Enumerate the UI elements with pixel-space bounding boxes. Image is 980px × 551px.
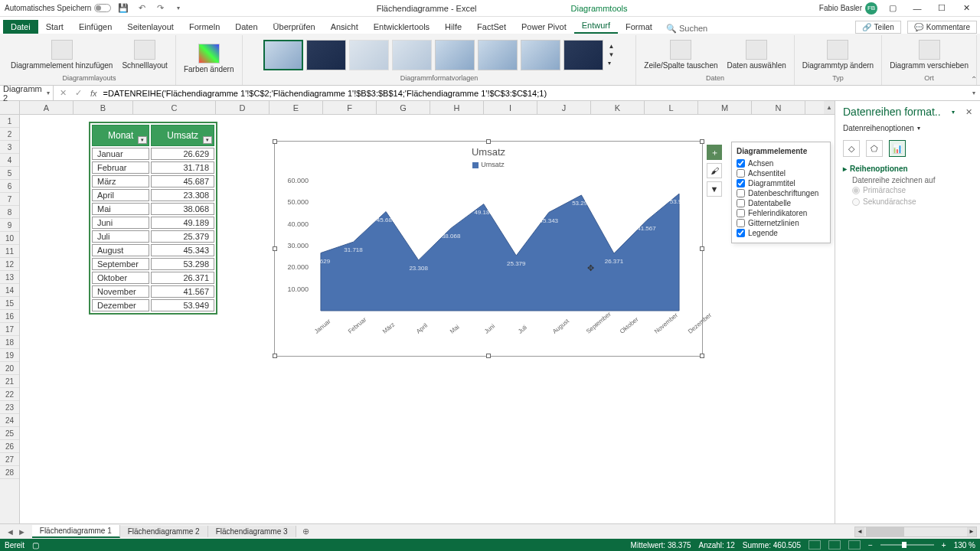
table-row[interactable]: Februar31.718 bbox=[92, 161, 214, 174]
row-header[interactable]: 8 bbox=[0, 206, 19, 219]
row-header[interactable]: 2 bbox=[0, 128, 19, 141]
row-header[interactable]: 4 bbox=[0, 154, 19, 167]
tab-review[interactable]: Überprüfen bbox=[266, 20, 323, 34]
column-header[interactable]: H bbox=[430, 101, 484, 114]
table-row[interactable]: Oktober26.371 bbox=[92, 272, 214, 284]
table-row[interactable]: April23.308 bbox=[92, 189, 214, 201]
zoom-level[interactable]: 130 % bbox=[954, 541, 975, 549]
ribbon-display-icon[interactable]: ▢ bbox=[884, 2, 902, 15]
chart-element-checkbox[interactable]: Datenbeschriftungen bbox=[737, 188, 825, 198]
tab-design[interactable]: Entwurf bbox=[574, 18, 618, 34]
chart-plot-area[interactable]: 10.00020.00030.00040.00050.00060.000 ✥ 2… bbox=[313, 173, 687, 326]
view-pagelayout-icon[interactable] bbox=[828, 540, 841, 549]
formula-enter-icon[interactable]: ✓ bbox=[72, 88, 84, 98]
row-header[interactable]: 13 bbox=[0, 271, 19, 284]
chart-style-4[interactable] bbox=[392, 40, 432, 70]
formula-cancel-icon[interactable]: ✕ bbox=[57, 88, 69, 98]
sheet-nav-next-icon[interactable]: ► bbox=[18, 527, 26, 536]
chart-style-3[interactable] bbox=[349, 40, 389, 70]
table-row[interactable]: März45.687 bbox=[92, 175, 214, 187]
column-header[interactable]: G bbox=[377, 101, 430, 114]
fill-line-icon[interactable]: ◇ bbox=[843, 140, 860, 157]
formula-expand-icon[interactable]: ▾ bbox=[968, 90, 980, 96]
sheet-tab-2[interactable]: Flächendiagramme 2 bbox=[120, 526, 208, 537]
pane-close-icon[interactable]: ✕ bbox=[965, 107, 972, 117]
row-header[interactable]: 3 bbox=[0, 141, 19, 154]
table-row[interactable]: Dezember53.949 bbox=[92, 299, 214, 311]
row-header[interactable]: 1 bbox=[0, 115, 19, 128]
name-box[interactable]: Diagramm 2▾ bbox=[0, 84, 54, 103]
chart-style-1[interactable] bbox=[263, 40, 303, 70]
column-header[interactable]: J bbox=[537, 101, 591, 114]
row-header[interactable]: 5 bbox=[0, 167, 19, 180]
column-header[interactable]: C bbox=[133, 101, 216, 114]
row-header[interactable]: 19 bbox=[0, 349, 19, 362]
style-scroll-down-icon[interactable]: ▼ bbox=[608, 51, 614, 58]
share-button[interactable]: 🔗 Teilen bbox=[855, 21, 901, 34]
tab-help[interactable]: Hilfe bbox=[437, 20, 469, 34]
tab-view[interactable]: Ansicht bbox=[323, 20, 366, 34]
style-more-icon[interactable]: ▾ bbox=[608, 60, 614, 67]
chart-legend[interactable]: Umsatz bbox=[275, 159, 702, 173]
tab-file[interactable]: Datei bbox=[3, 20, 38, 34]
column-header[interactable]: F bbox=[323, 101, 377, 114]
row-header[interactable]: 21 bbox=[0, 375, 19, 388]
undo-icon[interactable]: ↶ bbox=[136, 2, 148, 15]
tab-developer[interactable]: Entwicklertools bbox=[366, 20, 437, 34]
fx-icon[interactable]: fx bbox=[87, 89, 100, 98]
chart-elements-button[interactable]: ＋ bbox=[707, 145, 722, 160]
change-colors-button[interactable]: Farben ändern bbox=[181, 42, 237, 75]
add-chart-element-button[interactable]: Diagrammelement hinzufügen bbox=[8, 38, 116, 71]
table-row[interactable]: Juli25.379 bbox=[92, 230, 214, 243]
chart-filters-button[interactable]: ▼ bbox=[707, 181, 722, 197]
column-header[interactable]: B bbox=[74, 101, 133, 114]
sheet-tab-1[interactable]: Flächendiagramme 1 bbox=[32, 525, 120, 538]
worksheet[interactable]: ABCDEFGHIJKLMN ▲ 12345678910111213141516… bbox=[0, 101, 835, 551]
column-header[interactable]: K bbox=[591, 101, 645, 114]
table-row[interactable]: August45.343 bbox=[92, 244, 214, 256]
chart[interactable]: Umsatz Umsatz 10.00020.00030.00040.00050… bbox=[274, 141, 703, 357]
row-header[interactable]: 27 bbox=[0, 453, 19, 466]
save-icon[interactable]: 💾 bbox=[117, 2, 129, 15]
view-pagebreak-icon[interactable] bbox=[848, 540, 861, 549]
row-header[interactable]: 12 bbox=[0, 258, 19, 271]
tab-powerpivot[interactable]: Power Pivot bbox=[514, 20, 574, 34]
select-data-button[interactable]: Daten auswählen bbox=[724, 38, 789, 71]
row-header[interactable]: 26 bbox=[0, 440, 19, 453]
row-header[interactable]: 23 bbox=[0, 401, 19, 414]
formula-input[interactable] bbox=[100, 89, 968, 98]
row-header[interactable]: 22 bbox=[0, 388, 19, 401]
row-header[interactable]: 18 bbox=[0, 336, 19, 349]
chart-element-checkbox[interactable]: Achsen bbox=[737, 158, 825, 168]
collapse-ribbon-icon[interactable]: ⌃ bbox=[971, 75, 977, 83]
table-row[interactable]: Juni49.189 bbox=[92, 217, 214, 229]
row-header[interactable]: 7 bbox=[0, 193, 19, 206]
column-header[interactable]: L bbox=[645, 101, 698, 114]
row-header[interactable]: 11 bbox=[0, 245, 19, 258]
row-header[interactable]: 9 bbox=[0, 219, 19, 232]
row-header[interactable]: 16 bbox=[0, 310, 19, 323]
minimize-icon[interactable]: — bbox=[908, 2, 926, 15]
comments-button[interactable]: 💬 Kommentare bbox=[907, 21, 977, 34]
chart-element-checkbox[interactable]: Legende bbox=[737, 228, 825, 238]
chart-element-checkbox[interactable]: Gitternetzlinien bbox=[737, 218, 825, 228]
column-header[interactable]: M bbox=[698, 101, 752, 114]
filter-icon[interactable]: ▾ bbox=[203, 136, 212, 144]
filter-icon[interactable]: ▾ bbox=[138, 136, 147, 144]
column-header[interactable]: I bbox=[484, 101, 537, 114]
row-header[interactable]: 24 bbox=[0, 414, 19, 427]
row-header[interactable]: 25 bbox=[0, 427, 19, 440]
change-chart-type-button[interactable]: Diagrammtyp ändern bbox=[799, 38, 877, 71]
row-header[interactable]: 6 bbox=[0, 180, 19, 193]
chart-element-checkbox[interactable]: Fehlerindikatoren bbox=[737, 208, 825, 218]
add-sheet-icon[interactable]: ⊕ bbox=[296, 527, 315, 536]
column-header[interactable]: N bbox=[752, 101, 805, 114]
sheet-nav-prev-icon[interactable]: ◄ bbox=[6, 527, 15, 536]
row-header[interactable]: 20 bbox=[0, 362, 19, 375]
redo-icon[interactable]: ↷ bbox=[154, 2, 166, 15]
chart-styles-button[interactable]: 🖌 bbox=[707, 163, 722, 178]
zoom-in-icon[interactable]: + bbox=[942, 541, 946, 549]
chart-style-6[interactable] bbox=[478, 40, 518, 70]
tab-factset[interactable]: FactSet bbox=[469, 20, 514, 34]
chart-title[interactable]: Umsatz bbox=[275, 142, 702, 159]
